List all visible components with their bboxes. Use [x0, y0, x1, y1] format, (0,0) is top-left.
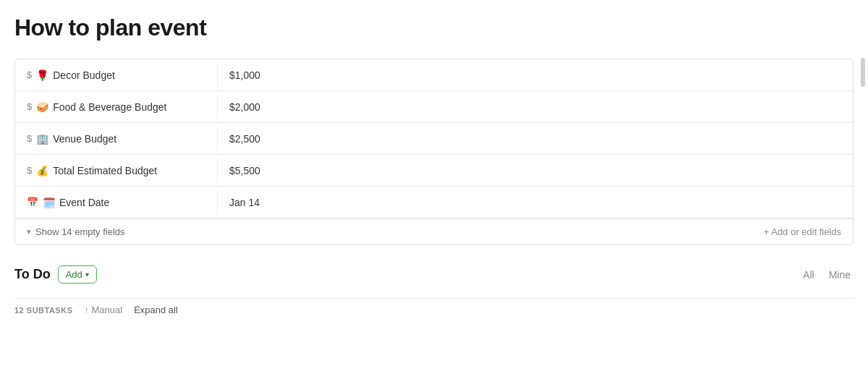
dollar-icon: $ — [27, 69, 32, 80]
table-row: $ 💰 Total Estimated Budget $5,500 — [15, 155, 853, 187]
subtasks-bar: 12 SUBTASKS ↑ Manual Expand all — [14, 298, 854, 321]
table-row: 📅 🗓️ Event Date Jan 14 — [15, 187, 853, 218]
property-label-date[interactable]: 📅 🗓️ Event Date — [15, 191, 218, 214]
table-row: $ 🏢 Venue Budget $2,500 — [15, 123, 853, 155]
food-emoji: 🥪 — [36, 101, 48, 113]
filter-buttons: All Mine — [800, 268, 854, 282]
total-emoji: 💰 — [36, 165, 48, 176]
sort-label: Manual — [91, 304, 122, 315]
property-label-venue[interactable]: $ 🏢 Venue Budget — [15, 127, 218, 150]
chevron-down-icon: ▾ — [27, 227, 31, 237]
page-title: How to plan event — [14, 14, 854, 41]
food-label: Food & Beverage Budget — [53, 101, 166, 113]
expand-all-button[interactable]: Expand all — [134, 304, 178, 315]
sort-icon: ↑ — [84, 305, 88, 315]
chevron-down-icon: ▾ — [85, 270, 89, 278]
properties-table: $ 🌹 Decor Budget $1,000 $ 🥪 Food & Bever… — [14, 59, 854, 245]
calendar-icon: 📅 — [27, 197, 38, 208]
filter-mine-button[interactable]: Mine — [826, 268, 854, 282]
table-row: $ 🌹 Decor Budget $1,000 — [15, 59, 853, 91]
decor-value[interactable]: $1,000 — [218, 64, 853, 87]
todo-title: To Do — [14, 267, 51, 282]
date-value[interactable]: Jan 14 — [218, 191, 853, 214]
property-label-total[interactable]: $ 💰 Total Estimated Budget — [15, 159, 218, 182]
date-emoji: 🗓️ — [43, 197, 55, 208]
date-label: Event Date — [59, 197, 109, 208]
dollar-icon: $ — [27, 133, 32, 144]
show-empty-fields-button[interactable]: ▾ Show 14 empty fields — [27, 226, 125, 237]
dollar-icon: $ — [27, 165, 32, 176]
todo-section: To Do Add ▾ All Mine 12 SUBTASKS ↑ Manua… — [14, 265, 854, 321]
show-empty-row: ▾ Show 14 empty fields + Add or edit fie… — [15, 218, 853, 244]
filter-all-button[interactable]: All — [800, 268, 817, 282]
decor-emoji: 🌹 — [36, 69, 48, 81]
subtasks-count: 12 SUBTASKS — [14, 306, 72, 315]
scrollbar[interactable] — [861, 58, 865, 87]
page-container: How to plan event $ 🌹 Decor Budget $1,00… — [0, 0, 868, 321]
venue-label: Venue Budget — [53, 133, 116, 145]
manual-sort-button[interactable]: ↑ Manual — [84, 304, 122, 315]
show-empty-label: Show 14 empty fields — [35, 226, 125, 237]
property-label-food[interactable]: $ 🥪 Food & Beverage Budget — [15, 95, 218, 119]
decor-label: Decor Budget — [53, 69, 115, 81]
add-button-label: Add — [66, 269, 82, 280]
property-label-decor[interactable]: $ 🌹 Decor Budget — [15, 64, 218, 87]
total-value[interactable]: $5,500 — [218, 159, 853, 182]
venue-emoji: 🏢 — [36, 133, 48, 145]
add-edit-fields-button[interactable]: + Add or edit fields — [764, 226, 841, 237]
table-row: $ 🥪 Food & Beverage Budget $2,000 — [15, 91, 853, 123]
todo-header: To Do Add ▾ All Mine — [14, 265, 854, 284]
venue-value[interactable]: $2,500 — [218, 127, 853, 150]
total-label: Total Estimated Budget — [53, 165, 157, 176]
add-button[interactable]: Add ▾ — [58, 265, 97, 284]
dollar-icon: $ — [27, 101, 32, 112]
food-value[interactable]: $2,000 — [218, 95, 853, 119]
